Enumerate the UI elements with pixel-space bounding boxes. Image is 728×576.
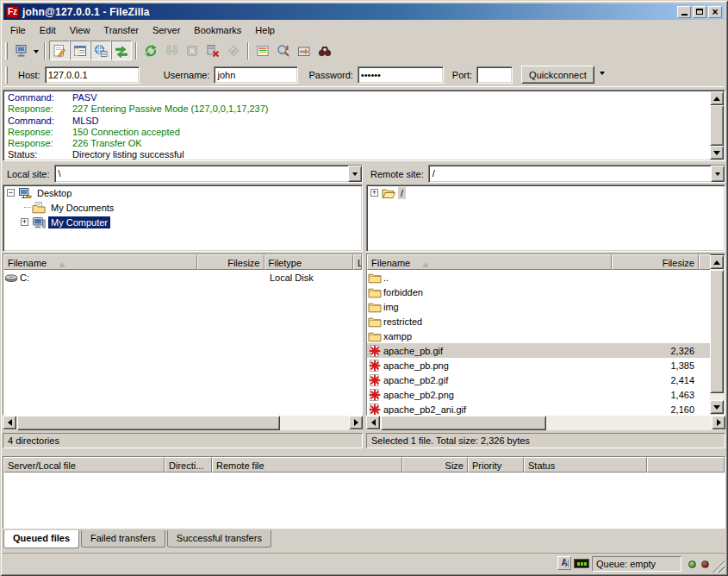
toolbar-grabber[interactable] — [5, 42, 8, 59]
site-manager-dropdown-icon[interactable] — [34, 50, 39, 56]
scroll-left-button[interactable] — [366, 416, 380, 429]
file-row-selected[interactable]: apache_pb.gif2,326 — [367, 343, 711, 358]
file-row[interactable]: apache_pb2.gif2,414 — [367, 373, 711, 387]
local-site-label: Local site: — [7, 169, 50, 179]
port-input[interactable] — [476, 66, 513, 84]
site-manager-button[interactable] — [11, 41, 32, 60]
toolbar-separator — [44, 42, 46, 59]
toggle-remote-tree-button[interactable] — [90, 41, 111, 60]
toggle-local-tree-button[interactable] — [70, 41, 90, 60]
column-header-size[interactable]: Size — [402, 457, 468, 473]
collapse-icon[interactable] — [7, 189, 15, 197]
username-input[interactable] — [214, 66, 298, 84]
maximize-button[interactable] — [693, 6, 706, 18]
host-input[interactable] — [45, 66, 140, 84]
tree-item-root[interactable]: / — [367, 185, 725, 200]
scroll-down-button[interactable] — [710, 400, 724, 414]
column-header-filesize[interactable]: Filesize — [197, 254, 264, 270]
column-header-filetype[interactable]: Filetype — [264, 254, 354, 270]
quickconnect-dropdown-button[interactable] — [594, 66, 610, 84]
combo-dropdown-button[interactable] — [348, 166, 362, 182]
scroll-thumb[interactable] — [710, 270, 724, 393]
scroll-thumb[interactable] — [381, 416, 546, 430]
remote-site-combo[interactable]: / — [428, 165, 725, 183]
scroll-up-button[interactable] — [710, 91, 724, 105]
column-header-filesize[interactable]: Filesize — [612, 254, 699, 270]
menu-file[interactable]: File — [3, 23, 33, 37]
file-row[interactable]: apache_pb2_ani.gif2,160 — [367, 402, 711, 416]
toggle-transfer-queue-button[interactable] — [111, 41, 132, 60]
expand-icon[interactable] — [21, 218, 28, 226]
tree-item-desktop[interactable]: Desktop — [3, 185, 362, 200]
menu-bookmarks[interactable]: Bookmarks — [187, 23, 248, 37]
folder-row[interactable]: restricted — [367, 314, 711, 329]
local-site-combo[interactable]: \ — [54, 165, 363, 183]
cancel-operation-button[interactable] — [182, 41, 202, 60]
scroll-thumb[interactable] — [710, 105, 724, 146]
tab-successful-transfers[interactable]: Successful transfers — [167, 530, 271, 548]
menu-help[interactable]: Help — [248, 23, 282, 37]
folder-row[interactable]: img — [367, 299, 711, 314]
file-row[interactable]: apache_pb.png1,385 — [367, 358, 711, 373]
remote-vertical-scrollbar[interactable] — [710, 255, 724, 414]
queue-status-text: Queue: empty — [592, 556, 681, 572]
refresh-button[interactable] — [140, 41, 161, 60]
scroll-thumb[interactable] — [17, 416, 280, 430]
find-files-button[interactable] — [314, 41, 335, 60]
column-header-remote-file[interactable]: Remote file — [212, 457, 402, 473]
local-horizontal-scrollbar[interactable] — [3, 416, 363, 430]
resize-grip[interactable] — [712, 560, 725, 573]
column-header-filename[interactable]: Filename — [367, 254, 612, 270]
column-header-filename[interactable]: Filename — [3, 254, 197, 270]
directory-filters-button[interactable] — [252, 41, 273, 60]
scroll-up-button[interactable] — [710, 255, 724, 269]
minimize-button[interactable] — [677, 6, 691, 18]
folder-row[interactable]: xampp — [367, 329, 711, 343]
combo-dropdown-button[interactable] — [711, 166, 725, 182]
synchronized-browsing-button[interactable] — [294, 41, 314, 60]
local-site-value: \ — [55, 166, 348, 182]
scroll-right-button[interactable] — [349, 416, 363, 429]
column-header-direction[interactable]: Directi... — [165, 457, 212, 473]
quickbar-grabber[interactable] — [5, 66, 8, 84]
menu-view[interactable]: View — [63, 23, 97, 37]
scroll-down-button[interactable] — [710, 146, 724, 160]
process-queue-icon — [165, 44, 178, 58]
expand-icon[interactable] — [370, 189, 378, 197]
scroll-left-button[interactable] — [3, 416, 16, 429]
remote-horizontal-scrollbar[interactable] — [366, 416, 725, 430]
titlebar[interactable]: Fz john@127.0.0.1 - FileZilla — [3, 3, 725, 20]
reconnect-button[interactable] — [223, 41, 244, 60]
toolbar-separator — [247, 42, 249, 59]
quickconnect-button[interactable]: Quickconnect — [521, 66, 594, 84]
column-header-status[interactable]: Status — [524, 457, 647, 473]
speed-limit-icon[interactable] — [574, 559, 589, 568]
tab-failed-transfers[interactable]: Failed transfers — [81, 530, 165, 548]
log-scrollbar[interactable] — [710, 91, 724, 160]
column-header-priority[interactable]: Priority — [468, 457, 524, 473]
tree-item-my-documents[interactable]: My Documents — [3, 200, 362, 215]
column-header-server-local-file[interactable]: Server/Local file — [3, 457, 165, 473]
folder-icon — [368, 271, 382, 285]
directory-comparison-button[interactable] — [273, 41, 294, 60]
scroll-right-button[interactable] — [712, 416, 725, 429]
folder-row[interactable]: forbidden — [367, 285, 711, 299]
file-row[interactable]: apache_pb2.png1,463 — [367, 387, 711, 402]
tree-item-my-computer[interactable]: My Computer — [3, 215, 362, 229]
filezilla-logo-icon[interactable]: Fz — [6, 6, 19, 18]
column-header-lastmodified[interactable]: L — [353, 254, 362, 270]
menu-edit[interactable]: Edit — [33, 23, 63, 37]
file-row-c-drive[interactable]: C: Local Disk — [3, 270, 362, 285]
local-pane: Local site: \ Desktop My Documents My Co… — [3, 165, 363, 450]
toggle-message-log-button[interactable] — [49, 41, 70, 60]
folder-row[interactable]: .. — [367, 270, 711, 285]
remote-list-header: Filename Filesize — [367, 254, 711, 270]
process-queue-button[interactable] — [161, 41, 182, 60]
menu-transfer[interactable]: Transfer — [96, 23, 146, 37]
transfer-type-indicator-icon[interactable]: A — [557, 556, 571, 570]
close-button[interactable] — [708, 6, 722, 18]
tab-queued-files[interactable]: Queued files — [3, 530, 79, 548]
disconnect-button[interactable] — [202, 41, 223, 60]
password-input[interactable] — [358, 66, 444, 84]
menu-server[interactable]: Server — [146, 23, 187, 37]
